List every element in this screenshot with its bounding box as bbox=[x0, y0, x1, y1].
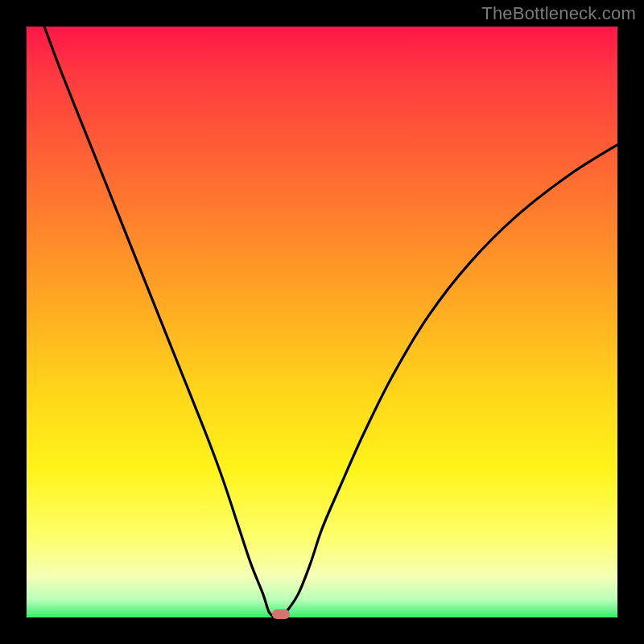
curve-svg bbox=[27, 27, 617, 617]
plot-area bbox=[27, 27, 617, 617]
chart-frame: TheBottleneck.com bbox=[0, 0, 644, 644]
bottleneck-curve bbox=[44, 27, 617, 617]
watermark-text: TheBottleneck.com bbox=[481, 3, 636, 24]
min-marker bbox=[272, 609, 290, 619]
